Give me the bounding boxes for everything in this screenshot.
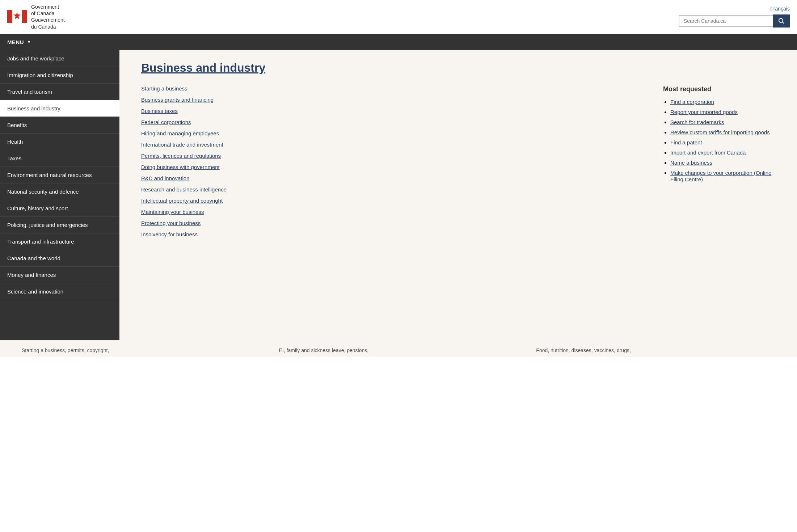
- svg-rect-2: [22, 10, 27, 23]
- sidebar-item-environment[interactable]: Environment and natural resources: [0, 167, 119, 183]
- search-icon: [778, 18, 785, 24]
- menu-button[interactable]: MENU ▼: [0, 34, 39, 50]
- nav-link[interactable]: Hiring and managing employees: [141, 130, 641, 136]
- most-requested-link[interactable]: Make changes to your corporation (Online…: [670, 170, 771, 182]
- most-requested-item: Make changes to your corporation (Online…: [670, 170, 779, 183]
- nav-link[interactable]: Federal corporations: [141, 119, 641, 125]
- nav-link[interactable]: Protecting your business: [141, 220, 641, 226]
- sidebar-item-business[interactable]: Business and industry: [0, 100, 119, 117]
- bottom-fade: Starting a business, permits, copyright,…: [0, 340, 797, 357]
- sidebar-item-policing[interactable]: Policing, justice and emergencies: [0, 217, 119, 233]
- sidebar-item-travel[interactable]: Travel and tourism: [0, 84, 119, 100]
- sidebar-item-jobs[interactable]: Jobs and the workplace: [0, 50, 119, 67]
- search-input[interactable]: [679, 15, 773, 27]
- nav-link[interactable]: Doing business with government: [141, 164, 641, 170]
- bottom-col1: Starting a business, permits, copyright,: [22, 347, 265, 353]
- sidebar-item-canada_world[interactable]: Canada and the world: [0, 250, 119, 267]
- search-button[interactable]: [773, 14, 790, 28]
- most-requested-heading: Most requested: [663, 85, 779, 93]
- sidebar-item-immigration[interactable]: Immigration and citizenship: [0, 67, 119, 84]
- nav-link[interactable]: Starting a business: [141, 85, 641, 92]
- sidebar-item-culture[interactable]: Culture, history and sport: [0, 200, 119, 217]
- sidebar-item-science[interactable]: Science and innovation: [0, 283, 119, 300]
- main-content: Business and industry Starting a busines…: [119, 50, 797, 340]
- most-requested-link[interactable]: Review custom tariffs for importing good…: [670, 129, 770, 135]
- nav-link[interactable]: Insolvency for business: [141, 231, 641, 237]
- sidebar-item-security[interactable]: National security and defence: [0, 183, 119, 200]
- gov-name-fr: Gouvernement du Canada: [31, 17, 65, 30]
- page-layout: Jobs and the workplaceImmigration and ci…: [0, 50, 797, 340]
- nav-link[interactable]: Intellectual property and copyright: [141, 198, 641, 204]
- most-requested-item: Review custom tariffs for importing good…: [670, 129, 779, 136]
- bottom-col3: Food, nutrition, diseases, vaccines, dru…: [536, 347, 779, 353]
- header-logo-area: Government of Canada Gouvernement du Can…: [7, 4, 65, 30]
- nav-link[interactable]: Business grants and financing: [141, 97, 641, 103]
- sidebar-item-benefits[interactable]: Benefits: [0, 117, 119, 134]
- most-requested-item: Import and export from Canada: [670, 149, 779, 156]
- chevron-down-icon: ▼: [27, 39, 31, 45]
- most-requested-link[interactable]: Import and export from Canada: [670, 149, 746, 156]
- most-requested-item: Find a corporation: [670, 99, 779, 105]
- bottom-fade-row: Starting a business, permits, copyright,…: [22, 347, 779, 353]
- svg-line-5: [783, 22, 784, 24]
- content-grid: Starting a businessBusiness grants and f…: [141, 85, 779, 242]
- gov-name: Government of Canada Gouvernement du Can…: [31, 4, 65, 30]
- most-requested-link[interactable]: Search for trademarks: [670, 119, 724, 125]
- most-requested-item: Search for trademarks: [670, 119, 779, 126]
- header-right: Français: [679, 6, 790, 28]
- canada-flag: [7, 10, 27, 23]
- nav-link[interactable]: International trade and investment: [141, 142, 641, 148]
- most-requested-list: Find a corporationReport your imported g…: [663, 99, 779, 183]
- nav-link[interactable]: R&D and innovation: [141, 175, 641, 181]
- site-header: Government of Canada Gouvernement du Can…: [0, 0, 797, 34]
- sidebar-item-money[interactable]: Money and finances: [0, 267, 119, 283]
- sidebar-item-taxes[interactable]: Taxes: [0, 150, 119, 167]
- most-requested-link[interactable]: Report your imported goods: [670, 109, 738, 115]
- sidebar-item-transport[interactable]: Transport and infrastructure: [0, 233, 119, 250]
- sidebar-item-health[interactable]: Health: [0, 134, 119, 150]
- francais-link[interactable]: Français: [770, 6, 790, 12]
- nav-link[interactable]: Research and business intelligence: [141, 186, 641, 193]
- gov-name-en: Government of Canada: [31, 4, 65, 17]
- nav-link[interactable]: Permits, licences and regulations: [141, 153, 641, 159]
- nav-link[interactable]: Maintaining your business: [141, 209, 641, 215]
- nav-link[interactable]: Business taxes: [141, 108, 641, 114]
- most-requested-section: Most requested Find a corporationReport …: [663, 85, 779, 242]
- menu-label: MENU: [7, 39, 24, 45]
- svg-rect-1: [7, 10, 12, 23]
- page-title: Business and industry: [141, 61, 779, 75]
- sidebar: Jobs and the workplaceImmigration and ci…: [0, 50, 119, 340]
- most-requested-link[interactable]: Find a patent: [670, 139, 702, 145]
- nav-bar: MENU ▼: [0, 34, 797, 50]
- most-requested-link[interactable]: Find a corporation: [670, 99, 714, 105]
- bottom-col2: EI, family and sickness leave, pensions,: [279, 347, 522, 353]
- links-column: Starting a businessBusiness grants and f…: [141, 85, 641, 242]
- search-bar: [679, 14, 790, 28]
- most-requested-item: Report your imported goods: [670, 109, 779, 115]
- most-requested-item: Find a patent: [670, 139, 779, 146]
- most-requested-item: Name a business: [670, 160, 779, 166]
- most-requested-link[interactable]: Name a business: [670, 160, 712, 166]
